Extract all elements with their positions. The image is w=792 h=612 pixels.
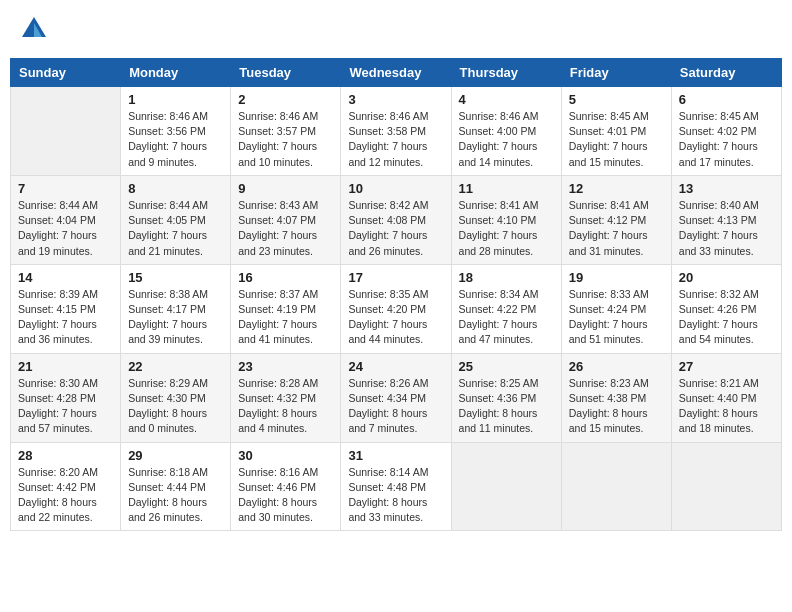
day-number: 2 (238, 92, 333, 107)
calendar-cell: 2Sunrise: 8:46 AMSunset: 3:57 PMDaylight… (231, 87, 341, 176)
day-info: Sunrise: 8:26 AMSunset: 4:34 PMDaylight:… (348, 376, 443, 437)
day-number: 15 (128, 270, 223, 285)
calendar-cell: 24Sunrise: 8:26 AMSunset: 4:34 PMDayligh… (341, 353, 451, 442)
calendar-cell: 18Sunrise: 8:34 AMSunset: 4:22 PMDayligh… (451, 264, 561, 353)
day-number: 1 (128, 92, 223, 107)
calendar-cell: 12Sunrise: 8:41 AMSunset: 4:12 PMDayligh… (561, 175, 671, 264)
day-info: Sunrise: 8:29 AMSunset: 4:30 PMDaylight:… (128, 376, 223, 437)
calendar-cell: 26Sunrise: 8:23 AMSunset: 4:38 PMDayligh… (561, 353, 671, 442)
weekday-header: Saturday (671, 59, 781, 87)
logo (20, 15, 50, 43)
day-info: Sunrise: 8:16 AMSunset: 4:46 PMDaylight:… (238, 465, 333, 526)
calendar-week-row: 28Sunrise: 8:20 AMSunset: 4:42 PMDayligh… (11, 442, 782, 531)
calendar-cell: 8Sunrise: 8:44 AMSunset: 4:05 PMDaylight… (121, 175, 231, 264)
day-number: 6 (679, 92, 774, 107)
day-info: Sunrise: 8:32 AMSunset: 4:26 PMDaylight:… (679, 287, 774, 348)
day-info: Sunrise: 8:43 AMSunset: 4:07 PMDaylight:… (238, 198, 333, 259)
day-number: 18 (459, 270, 554, 285)
day-info: Sunrise: 8:18 AMSunset: 4:44 PMDaylight:… (128, 465, 223, 526)
day-number: 27 (679, 359, 774, 374)
day-number: 26 (569, 359, 664, 374)
day-number: 4 (459, 92, 554, 107)
calendar-cell (671, 442, 781, 531)
calendar-cell: 19Sunrise: 8:33 AMSunset: 4:24 PMDayligh… (561, 264, 671, 353)
day-info: Sunrise: 8:20 AMSunset: 4:42 PMDaylight:… (18, 465, 113, 526)
calendar-cell: 14Sunrise: 8:39 AMSunset: 4:15 PMDayligh… (11, 264, 121, 353)
day-info: Sunrise: 8:33 AMSunset: 4:24 PMDaylight:… (569, 287, 664, 348)
calendar-cell: 5Sunrise: 8:45 AMSunset: 4:01 PMDaylight… (561, 87, 671, 176)
day-info: Sunrise: 8:41 AMSunset: 4:12 PMDaylight:… (569, 198, 664, 259)
calendar-week-row: 7Sunrise: 8:44 AMSunset: 4:04 PMDaylight… (11, 175, 782, 264)
day-number: 14 (18, 270, 113, 285)
calendar-cell: 29Sunrise: 8:18 AMSunset: 4:44 PMDayligh… (121, 442, 231, 531)
day-number: 13 (679, 181, 774, 196)
calendar-cell: 9Sunrise: 8:43 AMSunset: 4:07 PMDaylight… (231, 175, 341, 264)
calendar-week-row: 1Sunrise: 8:46 AMSunset: 3:56 PMDaylight… (11, 87, 782, 176)
day-number: 8 (128, 181, 223, 196)
calendar-body: 1Sunrise: 8:46 AMSunset: 3:56 PMDaylight… (11, 87, 782, 531)
day-number: 29 (128, 448, 223, 463)
calendar-cell: 3Sunrise: 8:46 AMSunset: 3:58 PMDaylight… (341, 87, 451, 176)
day-info: Sunrise: 8:35 AMSunset: 4:20 PMDaylight:… (348, 287, 443, 348)
calendar-cell: 23Sunrise: 8:28 AMSunset: 4:32 PMDayligh… (231, 353, 341, 442)
calendar-cell: 30Sunrise: 8:16 AMSunset: 4:46 PMDayligh… (231, 442, 341, 531)
calendar-cell (561, 442, 671, 531)
weekday-header: Friday (561, 59, 671, 87)
day-info: Sunrise: 8:46 AMSunset: 4:00 PMDaylight:… (459, 109, 554, 170)
day-number: 23 (238, 359, 333, 374)
day-info: Sunrise: 8:40 AMSunset: 4:13 PMDaylight:… (679, 198, 774, 259)
calendar-cell: 31Sunrise: 8:14 AMSunset: 4:48 PMDayligh… (341, 442, 451, 531)
day-number: 16 (238, 270, 333, 285)
day-number: 20 (679, 270, 774, 285)
day-info: Sunrise: 8:45 AMSunset: 4:01 PMDaylight:… (569, 109, 664, 170)
day-info: Sunrise: 8:46 AMSunset: 3:57 PMDaylight:… (238, 109, 333, 170)
weekday-header: Sunday (11, 59, 121, 87)
day-number: 17 (348, 270, 443, 285)
calendar-cell: 21Sunrise: 8:30 AMSunset: 4:28 PMDayligh… (11, 353, 121, 442)
calendar-cell: 11Sunrise: 8:41 AMSunset: 4:10 PMDayligh… (451, 175, 561, 264)
day-number: 11 (459, 181, 554, 196)
day-info: Sunrise: 8:45 AMSunset: 4:02 PMDaylight:… (679, 109, 774, 170)
calendar-table: SundayMondayTuesdayWednesdayThursdayFrid… (10, 58, 782, 531)
weekday-header: Thursday (451, 59, 561, 87)
day-number: 22 (128, 359, 223, 374)
calendar-cell: 28Sunrise: 8:20 AMSunset: 4:42 PMDayligh… (11, 442, 121, 531)
calendar-cell: 13Sunrise: 8:40 AMSunset: 4:13 PMDayligh… (671, 175, 781, 264)
calendar-header: SundayMondayTuesdayWednesdayThursdayFrid… (11, 59, 782, 87)
day-number: 24 (348, 359, 443, 374)
calendar-cell: 25Sunrise: 8:25 AMSunset: 4:36 PMDayligh… (451, 353, 561, 442)
day-info: Sunrise: 8:37 AMSunset: 4:19 PMDaylight:… (238, 287, 333, 348)
weekday-header: Tuesday (231, 59, 341, 87)
day-info: Sunrise: 8:41 AMSunset: 4:10 PMDaylight:… (459, 198, 554, 259)
calendar-cell: 17Sunrise: 8:35 AMSunset: 4:20 PMDayligh… (341, 264, 451, 353)
day-info: Sunrise: 8:23 AMSunset: 4:38 PMDaylight:… (569, 376, 664, 437)
day-info: Sunrise: 8:44 AMSunset: 4:05 PMDaylight:… (128, 198, 223, 259)
day-info: Sunrise: 8:46 AMSunset: 3:56 PMDaylight:… (128, 109, 223, 170)
day-info: Sunrise: 8:42 AMSunset: 4:08 PMDaylight:… (348, 198, 443, 259)
day-number: 30 (238, 448, 333, 463)
calendar-cell: 1Sunrise: 8:46 AMSunset: 3:56 PMDaylight… (121, 87, 231, 176)
day-number: 21 (18, 359, 113, 374)
day-number: 28 (18, 448, 113, 463)
day-info: Sunrise: 8:38 AMSunset: 4:17 PMDaylight:… (128, 287, 223, 348)
day-number: 9 (238, 181, 333, 196)
day-number: 10 (348, 181, 443, 196)
calendar-cell: 4Sunrise: 8:46 AMSunset: 4:00 PMDaylight… (451, 87, 561, 176)
page-header (10, 10, 782, 48)
day-info: Sunrise: 8:34 AMSunset: 4:22 PMDaylight:… (459, 287, 554, 348)
calendar-cell: 22Sunrise: 8:29 AMSunset: 4:30 PMDayligh… (121, 353, 231, 442)
day-number: 25 (459, 359, 554, 374)
calendar-cell: 27Sunrise: 8:21 AMSunset: 4:40 PMDayligh… (671, 353, 781, 442)
day-info: Sunrise: 8:30 AMSunset: 4:28 PMDaylight:… (18, 376, 113, 437)
calendar-week-row: 21Sunrise: 8:30 AMSunset: 4:28 PMDayligh… (11, 353, 782, 442)
day-number: 12 (569, 181, 664, 196)
day-number: 5 (569, 92, 664, 107)
calendar-week-row: 14Sunrise: 8:39 AMSunset: 4:15 PMDayligh… (11, 264, 782, 353)
day-number: 7 (18, 181, 113, 196)
calendar-cell: 7Sunrise: 8:44 AMSunset: 4:04 PMDaylight… (11, 175, 121, 264)
calendar-cell: 6Sunrise: 8:45 AMSunset: 4:02 PMDaylight… (671, 87, 781, 176)
day-info: Sunrise: 8:14 AMSunset: 4:48 PMDaylight:… (348, 465, 443, 526)
day-info: Sunrise: 8:25 AMSunset: 4:36 PMDaylight:… (459, 376, 554, 437)
calendar-cell: 20Sunrise: 8:32 AMSunset: 4:26 PMDayligh… (671, 264, 781, 353)
calendar-cell: 15Sunrise: 8:38 AMSunset: 4:17 PMDayligh… (121, 264, 231, 353)
